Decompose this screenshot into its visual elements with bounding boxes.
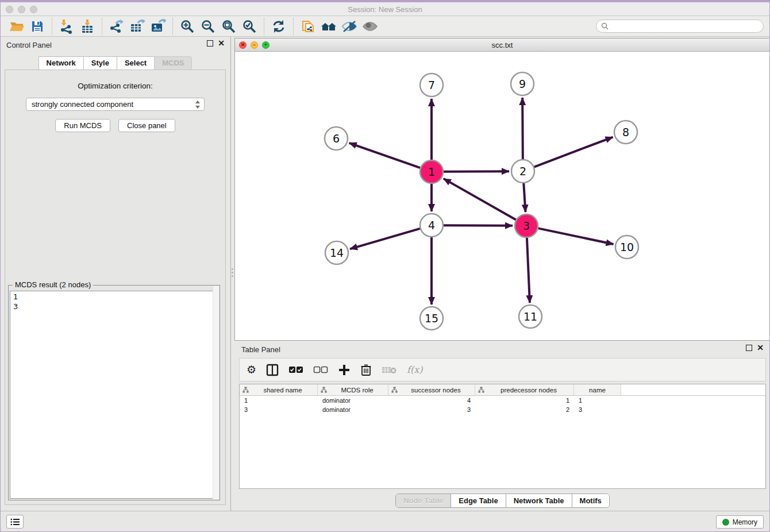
export-image-icon[interactable] [148,17,168,36]
edge-1-2[interactable] [444,171,509,172]
table-settings-icon[interactable]: ⚙ [247,364,256,375]
edge-2-8[interactable] [534,137,613,167]
column-header-mcds-role[interactable]: MCDS role [318,384,388,395]
task-history-button[interactable] [6,515,24,529]
edge-3-11[interactable] [527,238,530,303]
column-header-successor-nodes[interactable]: successor nodes [388,384,475,395]
float-table-panel-icon[interactable] [746,345,752,351]
cell-mcds-role[interactable]: dominator [318,397,388,404]
edge-4-14[interactable] [350,229,420,249]
delete-table-icon[interactable] [382,365,397,375]
float-panel-icon[interactable] [207,40,213,47]
search-input[interactable] [611,22,759,30]
search-field[interactable] [596,20,764,33]
node-table-body: 1dominator4113dominator323 [240,396,765,414]
window-title: Session: New Session [1,5,769,14]
criterion-select[interactable]: strongly connected component [26,98,205,111]
export-table-icon[interactable] [127,17,148,36]
node-table-header[interactable]: shared nameMCDS rolesuccessor nodesprede… [240,384,765,396]
edge-2-9[interactable] [522,98,523,159]
control-panel-tabs: NetworkStyleSelectMCDS [1,56,230,70]
edge-3-1[interactable] [444,179,516,220]
cell-successor-nodes[interactable]: 3 [388,406,475,413]
node-9[interactable]: 9 [511,72,534,95]
table-row[interactable]: 3dominator323 [240,405,765,414]
cell-shared-name[interactable]: 1 [240,397,318,404]
delete-columns-icon[interactable] [360,363,372,376]
result-scrollbar[interactable] [213,286,219,499]
node-14[interactable]: 14 [325,241,348,264]
memory-label: Memory [733,518,757,526]
zoom-fit-content-icon[interactable] [218,17,239,36]
zoom-out-icon[interactable] [198,17,218,36]
node-1[interactable]: 1 [420,160,443,183]
memory-status-icon [722,519,729,526]
tab-network[interactable]: Network [38,56,84,70]
export-network-icon[interactable] [106,17,127,36]
cell-shared-name[interactable]: 3 [240,406,318,413]
add-column-icon[interactable] [338,364,351,376]
edge-4-3[interactable] [444,225,513,226]
node-10[interactable]: 10 [615,236,638,259]
column-layout-icon[interactable] [266,364,279,376]
zoom-in-icon[interactable] [177,17,198,36]
node-11[interactable]: 11 [519,305,542,328]
deselect-all-columns-icon[interactable] [313,366,328,373]
node-15[interactable]: 15 [420,307,443,330]
open-session-icon[interactable] [6,17,27,36]
tab-node-table[interactable]: Node Table [396,494,451,507]
node-3[interactable]: 3 [515,214,538,237]
tab-motifs[interactable]: Motifs [572,494,609,507]
import-network-icon[interactable] [56,17,77,36]
tab-style[interactable]: Style [83,56,117,70]
tab-edge-table[interactable]: Edge Table [451,494,505,507]
network-canvas[interactable]: 7968124314101511 [235,52,769,340]
refresh-view-icon[interactable] [268,17,289,36]
cell-mcds-role[interactable]: dominator [318,406,388,413]
save-session-icon[interactable] [27,17,48,36]
cell-predecessor-nodes[interactable]: 1 [475,397,574,404]
tab-select[interactable]: Select [117,56,155,70]
splitter-grip[interactable] [231,266,234,279]
tab-mcds[interactable]: MCDS [154,56,192,70]
mcds-result-text[interactable]: 1 3 [10,291,218,499]
import-table-icon[interactable] [77,17,98,36]
node-7[interactable]: 7 [420,74,443,97]
network-graph[interactable]: 7968124314101511 [235,52,769,340]
cell-successor-nodes[interactable]: 4 [388,397,475,404]
edge-1-6[interactable] [349,143,421,168]
function-builder-icon[interactable]: f(x) [407,364,422,375]
column-header-name[interactable]: name [574,384,621,395]
node-4[interactable]: 4 [420,214,443,237]
node-6[interactable]: 6 [325,127,348,150]
column-header-predecessor-nodes[interactable]: predecessor nodes [475,384,574,395]
show-graphics-details-icon[interactable] [360,17,380,36]
network-window-titlebar[interactable]: ✕ − + scc.txt [235,38,769,52]
edge-2-3[interactable] [523,183,525,212]
toolbar-separator [293,18,294,35]
tab-network-table[interactable]: Network Table [506,494,572,507]
table-row[interactable]: 1dominator411 [240,396,765,405]
node-8[interactable]: 8 [614,121,637,144]
zoom-selected-icon[interactable] [239,17,260,36]
run-mcds-button[interactable]: Run MCDS [55,119,110,132]
cell-name[interactable]: 3 [574,406,621,413]
close-panel-icon[interactable]: ✕ [218,40,225,47]
criterion-selected-value: strongly connected component [32,100,195,109]
node-table[interactable]: shared nameMCDS rolesuccessor nodesprede… [239,384,766,489]
column-header-shared-name[interactable]: shared name [240,384,318,395]
edge-3-10[interactable] [538,228,614,244]
node-2[interactable]: 2 [511,160,534,183]
hide-graphics-details-icon[interactable] [339,17,360,36]
memory-button[interactable]: Memory [716,515,764,529]
control-panel: Control Panel ✕ NetworkStyleSelectMCDS O… [1,37,231,512]
close-table-panel-icon[interactable]: ✕ [757,345,764,351]
network-view-window: ✕ − + scc.txt 7968124314101511 [234,38,770,341]
select-all-columns-icon[interactable] [288,366,303,373]
clone-network-icon[interactable] [298,17,318,36]
cell-predecessor-nodes[interactable]: 2 [475,406,574,413]
attribute-tree-icon [321,387,327,393]
first-neighbors-icon[interactable] [318,17,339,36]
close-panel-button[interactable]: Close panel [118,119,175,132]
cell-name[interactable]: 1 [574,397,621,404]
